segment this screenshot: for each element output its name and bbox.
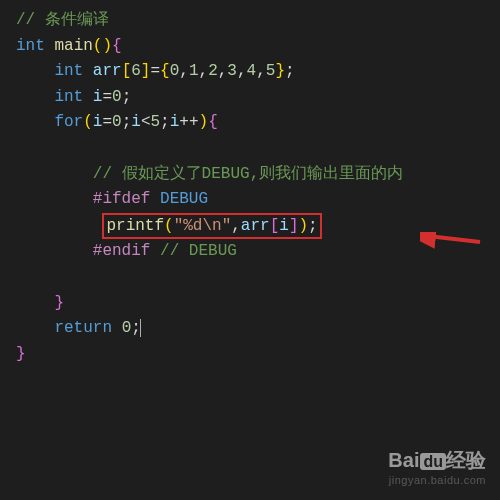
num: 3 <box>227 62 237 80</box>
comment: // DEBUG <box>160 242 237 260</box>
watermark-text: du <box>420 453 446 470</box>
macro-ifdef: #ifdef <box>93 190 151 208</box>
code-line: return 0; <box>4 316 500 342</box>
var-arr: arr <box>93 62 122 80</box>
code-line: #endif // DEBUG <box>4 239 500 265</box>
function-printf: printf <box>106 217 164 235</box>
num: 6 <box>131 62 141 80</box>
num: 0 <box>170 62 180 80</box>
keyword-int: int <box>54 88 83 106</box>
watermark-url: jingyan.baidu.com <box>388 474 486 486</box>
code-line: printf("%d\n",arr[i]); <box>4 213 500 240</box>
var-i: i <box>170 113 180 131</box>
num: 0 <box>112 88 122 106</box>
watermark: Baidu经验 jingyan.baidu.com <box>388 447 486 486</box>
code-line <box>4 265 500 291</box>
watermark-text: 经验 <box>446 449 486 471</box>
code-line: int main(){ <box>4 34 500 60</box>
num: 4 <box>247 62 257 80</box>
num: 5 <box>266 62 276 80</box>
code-line: // 条件编译 <box>4 8 500 34</box>
text-cursor <box>140 319 141 337</box>
keyword-int: int <box>54 62 83 80</box>
comment: // 条件编译 <box>16 11 109 29</box>
function-main: main <box>54 37 92 55</box>
var-arr: arr <box>241 217 270 235</box>
num: 1 <box>189 62 199 80</box>
code-editor[interactable]: // 条件编译 int main(){ int arr[6]={0,1,2,3,… <box>0 0 500 367</box>
comment: // 假如定义了DEBUG,则我们输出里面的内 <box>93 165 403 183</box>
num: 0 <box>112 113 122 131</box>
string-literal: "%d\n" <box>174 217 232 235</box>
code-line: } <box>4 291 500 317</box>
highlighted-code: printf("%d\n",arr[i]); <box>102 213 321 239</box>
macro-debug: DEBUG <box>160 190 208 208</box>
code-line <box>4 136 500 162</box>
num: 2 <box>208 62 218 80</box>
code-line: int arr[6]={0,1,2,3,4,5}; <box>4 59 500 85</box>
macro-endif: #endif <box>93 242 151 260</box>
code-line: int i=0; <box>4 85 500 111</box>
code-line: } <box>4 342 500 368</box>
code-line: for(i=0;i<5;i++){ <box>4 110 500 136</box>
keyword-int: int <box>16 37 45 55</box>
var-i: i <box>93 88 103 106</box>
keyword-return: return <box>54 319 112 337</box>
var-i: i <box>131 113 141 131</box>
num: 5 <box>150 113 160 131</box>
code-line: // 假如定义了DEBUG,则我们输出里面的内 <box>4 162 500 188</box>
num: 0 <box>122 319 132 337</box>
var-i: i <box>279 217 289 235</box>
code-line: #ifdef DEBUG <box>4 187 500 213</box>
var-i: i <box>93 113 103 131</box>
keyword-for: for <box>54 113 83 131</box>
watermark-text: Bai <box>388 449 419 471</box>
